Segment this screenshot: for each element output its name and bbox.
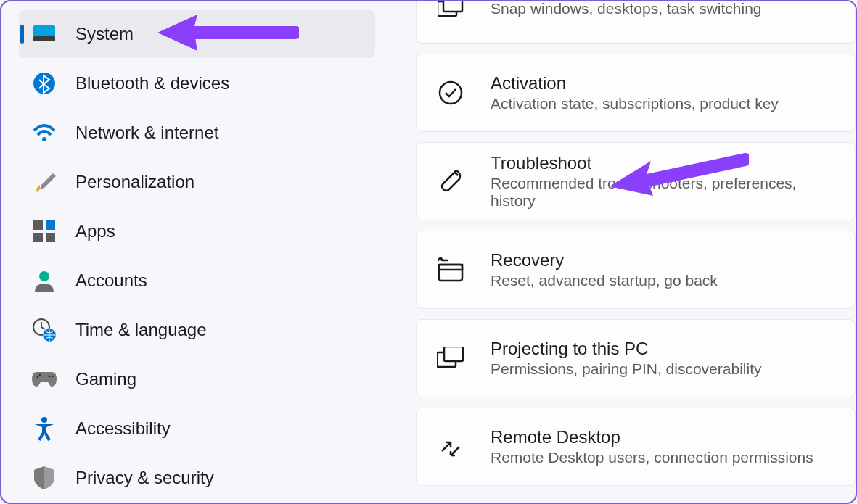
gamepad-icon (32, 367, 57, 392)
card-troubleshoot[interactable]: Troubleshoot Recommended troubleshooters… (416, 142, 856, 220)
sidebar-item-label: Personalization (75, 172, 194, 192)
svg-rect-4 (33, 220, 43, 230)
sidebar-item-label: Apps (75, 221, 115, 241)
sidebar-item-label: Privacy & security (75, 468, 214, 488)
card-remote-desktop[interactable]: Remote Desktop Remote Desktop users, con… (416, 408, 856, 486)
sidebar-item-personalization[interactable]: Personalization (19, 158, 375, 206)
svg-point-3 (42, 137, 46, 141)
sidebar-item-network[interactable]: Network & internet (19, 109, 375, 157)
svg-point-12 (39, 374, 41, 376)
shield-icon (32, 466, 57, 490)
wrench-icon (437, 168, 464, 195)
settings-content: Snap windows, desktops, task switching A… (382, 1, 856, 503)
settings-sidebar: System Bluetooth & devices Network & int… (1, 1, 382, 503)
svg-point-8 (39, 271, 49, 281)
sidebar-item-accounts[interactable]: Accounts (19, 257, 375, 305)
sidebar-item-apps[interactable]: Apps (19, 207, 375, 255)
svg-point-15 (41, 417, 47, 423)
sidebar-item-time-language[interactable]: Time & language (19, 306, 375, 354)
sidebar-item-label: Accounts (75, 270, 147, 291)
card-title: Remote Desktop (491, 427, 813, 447)
remote-desktop-icon (437, 433, 464, 460)
card-subtitle: Activation state, subscriptions, product… (491, 95, 779, 112)
project-icon (437, 344, 464, 372)
person-icon (32, 268, 57, 293)
sidebar-item-label: System (75, 24, 134, 44)
card-subtitle: Snap windows, desktops, task switching (491, 0, 762, 17)
sidebar-item-label: Time & language (75, 320, 207, 340)
card-multitasking[interactable]: Snap windows, desktops, task switching (416, 0, 856, 44)
sidebar-item-label: Accessibility (75, 418, 171, 439)
sidebar-item-gaming[interactable]: Gaming (19, 355, 375, 403)
svg-rect-17 (443, 0, 462, 12)
sidebar-item-label: Network & internet (75, 123, 218, 143)
sidebar-item-bluetooth[interactable]: Bluetooth & devices (19, 59, 375, 107)
card-subtitle: Remote Desktop users, connection permiss… (491, 449, 813, 466)
card-title: Projecting to this PC (491, 339, 761, 359)
card-title: Recovery (491, 250, 718, 270)
card-subtitle: Recommended troubleshooters, preferences… (491, 175, 835, 210)
sidebar-item-privacy-security[interactable]: Privacy & security (19, 454, 375, 502)
card-subtitle: Permissions, pairing PIN, discoverabilit… (491, 360, 761, 378)
svg-rect-5 (46, 220, 55, 230)
svg-point-18 (440, 82, 462, 104)
svg-point-14 (52, 376, 54, 378)
wifi-icon (32, 120, 57, 145)
svg-point-13 (49, 376, 51, 378)
svg-rect-1 (33, 36, 55, 41)
checkmark-circle-icon (437, 79, 464, 107)
card-title: Activation (491, 73, 779, 94)
brush-icon (32, 170, 57, 194)
accessibility-icon (32, 416, 57, 441)
sidebar-item-label: Bluetooth & devices (75, 73, 229, 94)
sidebar-item-system[interactable]: System (19, 10, 375, 58)
card-title: Troubleshoot (491, 153, 835, 173)
apps-icon (32, 219, 57, 244)
sidebar-item-label: Gaming (75, 369, 136, 389)
svg-rect-22 (444, 347, 463, 361)
sidebar-item-accessibility[interactable]: Accessibility (19, 405, 375, 453)
card-activation[interactable]: Activation Activation state, subscriptio… (416, 54, 856, 132)
svg-rect-7 (46, 233, 55, 242)
clock-globe-icon (32, 318, 57, 342)
svg-point-11 (37, 376, 39, 379)
card-recovery[interactable]: Recovery Reset, advanced startup, go bac… (416, 231, 856, 309)
multitask-icon (437, 0, 464, 22)
card-projecting[interactable]: Projecting to this PC Permissions, pairi… (416, 319, 856, 397)
bluetooth-icon (32, 71, 57, 96)
card-subtitle: Reset, advanced startup, go back (491, 272, 718, 289)
recovery-icon (437, 256, 464, 284)
svg-rect-6 (33, 233, 43, 242)
svg-rect-20 (439, 265, 462, 270)
svg-rect-19 (439, 265, 462, 281)
monitor-icon (32, 22, 57, 46)
